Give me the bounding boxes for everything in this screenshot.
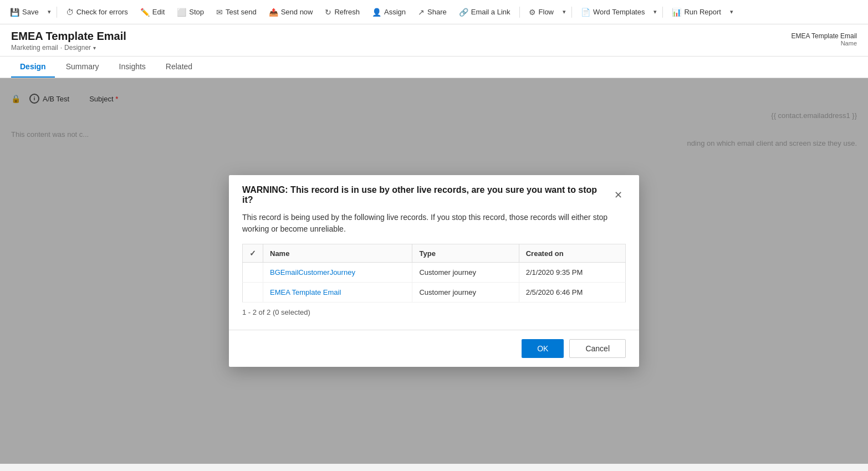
- page-title: EMEA Template Email: [11, 30, 126, 43]
- divider-1: [57, 7, 57, 18]
- col-header-name: Name: [263, 244, 412, 263]
- edit-button[interactable]: ✏️ Edit: [135, 4, 170, 20]
- col-header-check: ✓: [243, 244, 263, 263]
- table-row: EMEA Template Email Customer journey 2/5…: [243, 283, 626, 303]
- page-header-left: EMEA Template Email Marketing email · De…: [11, 30, 126, 56]
- row1-name-link[interactable]: BGEmailCustomerJourney: [270, 268, 355, 277]
- stop-button[interactable]: ⬜ Stop: [171, 4, 210, 20]
- divider-3: [571, 7, 572, 18]
- row2-type: Customer journey: [412, 283, 519, 303]
- modal-header: WARNING: This record is in use by other …: [229, 175, 639, 212]
- send-now-button[interactable]: 📤 Send now: [263, 4, 319, 20]
- assign-button[interactable]: 👤 Assign: [366, 4, 411, 20]
- warning-modal: WARNING: This record is in use by other …: [229, 175, 639, 367]
- run-report-button[interactable]: 📊 Run Report: [666, 4, 726, 20]
- subtitle-chevron-icon[interactable]: ▾: [93, 45, 96, 51]
- save-dropdown-button[interactable]: ▾: [45, 5, 53, 19]
- modal-close-button[interactable]: ✕: [611, 188, 626, 202]
- modal-footer: OK Cancel: [229, 330, 639, 367]
- page-header-right: EMEA Template Email Name: [792, 30, 857, 47]
- row2-name: EMEA Template Email: [263, 283, 412, 303]
- modal-title: WARNING: This record is in use by other …: [242, 185, 611, 205]
- row1-type: Customer journey: [412, 263, 519, 283]
- word-templates-icon: 📄: [581, 8, 590, 17]
- row2-created-on: 2/5/2020 6:46 PM: [519, 283, 625, 303]
- share-icon: ↗: [418, 8, 425, 17]
- email-link-icon: 🔗: [459, 8, 468, 17]
- tabs: Design Summary Insights Related: [0, 57, 868, 78]
- row2-check: [243, 283, 263, 303]
- tab-design[interactable]: Design: [11, 57, 55, 78]
- run-report-dropdown-button[interactable]: ▾: [728, 5, 736, 19]
- check-errors-icon: ⏱: [66, 8, 74, 17]
- email-link-button[interactable]: 🔗 Email a Link: [453, 4, 516, 20]
- row1-check: [243, 263, 263, 283]
- save-icon: 💾: [10, 8, 19, 17]
- modal-description: This record is being used by the followi…: [242, 212, 626, 235]
- modal-body: This record is being used by the followi…: [229, 212, 639, 325]
- page-header: EMEA Template Email Marketing email · De…: [0, 24, 868, 57]
- test-send-button[interactable]: ✉ Test send: [211, 4, 262, 20]
- share-button[interactable]: ↗ Share: [412, 4, 452, 20]
- run-report-icon: 📊: [672, 8, 681, 17]
- cancel-button[interactable]: Cancel: [569, 339, 626, 358]
- flow-button[interactable]: ⚙ Flow: [523, 4, 559, 20]
- header-right-title: EMEA Template Email: [792, 32, 857, 40]
- tab-summary[interactable]: Summary: [57, 57, 108, 78]
- refresh-icon: ↻: [325, 8, 331, 17]
- header-right-label: Name: [792, 40, 857, 47]
- check-errors-button[interactable]: ⏱ Check for errors: [60, 4, 134, 20]
- row1-created-on: 2/1/2020 9:35 PM: [519, 263, 625, 283]
- modal-count: 1 - 2 of 2 (0 selected): [242, 303, 626, 319]
- test-send-icon: ✉: [216, 8, 223, 17]
- toolbar: 💾 Save ▾ ⏱ Check for errors ✏️ Edit ⬜ St…: [0, 0, 868, 24]
- main-content: 🔒 i A/B Test Subject * This content was …: [0, 78, 868, 464]
- stop-icon: ⬜: [177, 8, 186, 17]
- send-now-icon: 📤: [269, 8, 278, 17]
- modal-overlay: WARNING: This record is in use by other …: [0, 78, 868, 464]
- col-header-created-on: Created on: [519, 244, 625, 263]
- refresh-button[interactable]: ↻ Refresh: [319, 4, 365, 20]
- table-row: BGEmailCustomerJourney Customer journey …: [243, 263, 626, 283]
- edit-icon: ✏️: [140, 8, 150, 17]
- divider-2: [519, 7, 520, 18]
- ok-button[interactable]: OK: [522, 339, 564, 358]
- row2-name-link[interactable]: EMEA Template Email: [270, 288, 341, 296]
- tab-related[interactable]: Related: [157, 57, 201, 78]
- flow-dropdown-button[interactable]: ▾: [560, 5, 568, 19]
- flow-icon: ⚙: [529, 8, 536, 17]
- word-templates-button[interactable]: 📄 Word Templates: [575, 4, 650, 20]
- word-templates-dropdown-button[interactable]: ▾: [651, 5, 659, 19]
- tab-insights[interactable]: Insights: [110, 57, 155, 78]
- page-subtitle: Marketing email · Designer ▾: [11, 44, 126, 52]
- col-header-type: Type: [412, 244, 519, 263]
- divider-4: [662, 7, 663, 18]
- save-button[interactable]: 💾 Save: [4, 4, 44, 20]
- assign-icon: 👤: [372, 8, 381, 17]
- modal-table: ✓ Name Type Created on BGEmailCustomerJo…: [242, 244, 626, 303]
- row1-name: BGEmailCustomerJourney: [263, 263, 412, 283]
- tabs-container: Design Summary Insights Related: [0, 57, 868, 78]
